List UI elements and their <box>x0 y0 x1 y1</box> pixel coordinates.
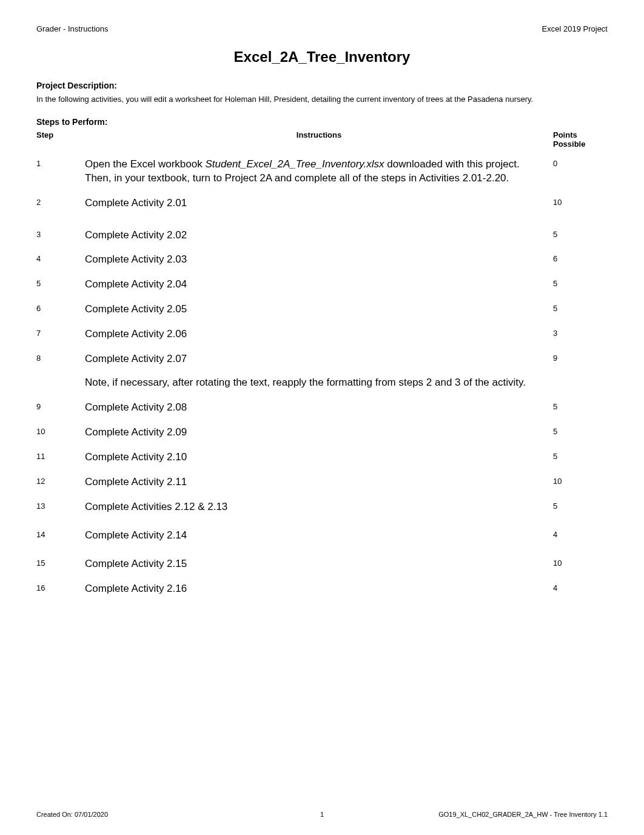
step-row: 5 Complete Activity 2.04 5 <box>36 278 608 292</box>
step-row: 6 Complete Activity 2.05 5 <box>36 303 608 317</box>
step-number: 6 <box>36 303 85 313</box>
step-points: 5 <box>553 401 608 411</box>
step-number: 12 <box>36 475 85 486</box>
step-instructions: Complete Activity 2.04 <box>85 278 553 292</box>
step-instructions: Complete Activity 2.03 <box>85 253 553 267</box>
step-text-italic: Student_Excel_2A_Tree_Inventory.xlsx <box>205 158 384 170</box>
step-number: 13 <box>36 500 85 511</box>
step-points: 5 <box>553 500 608 511</box>
step-text: Complete Activity 2.07 <box>85 353 187 364</box>
step-instructions: Complete Activity 2.02 <box>85 229 553 243</box>
footer-left: Created On: 07/01/2020 <box>36 811 108 818</box>
step-instructions: Complete Activity 2.09 <box>85 426 553 440</box>
step-instructions: Complete Activity 2.15 <box>85 557 553 571</box>
step-number: 14 <box>36 529 85 539</box>
step-points: 5 <box>553 229 608 239</box>
step-number: 16 <box>36 582 85 592</box>
step-number: 9 <box>36 401 85 411</box>
step-points: 10 <box>553 475 608 486</box>
project-description-label: Project Description: <box>36 81 608 90</box>
step-row: 4 Complete Activity 2.03 6 <box>36 253 608 267</box>
column-header-step: Step <box>36 130 85 149</box>
step-row: 3 Complete Activity 2.02 5 <box>36 229 608 243</box>
project-description-text: In the following activities, you will ed… <box>36 94 608 105</box>
step-row: 7 Complete Activity 2.06 3 <box>36 327 608 341</box>
step-row: 9 Complete Activity 2.08 5 <box>36 401 608 415</box>
page-header: Grader - Instructions Excel 2019 Project <box>36 24 608 33</box>
steps-to-perform-label: Steps to Perform: <box>36 117 608 127</box>
header-right: Excel 2019 Project <box>542 24 608 33</box>
step-instructions: Complete Activity 2.11 <box>85 475 553 489</box>
document-title: Excel_2A_Tree_Inventory <box>36 49 608 65</box>
step-points: 9 <box>553 352 608 363</box>
step-points: 5 <box>553 451 608 461</box>
step-row: 1 Open the Excel workbook Student_Excel_… <box>36 158 608 186</box>
step-points: 5 <box>553 303 608 313</box>
step-instructions: Complete Activity 2.07 Note, if necessar… <box>85 352 553 390</box>
step-points: 4 <box>553 529 608 539</box>
step-instructions: Complete Activity 2.16 <box>85 582 553 596</box>
step-points: 0 <box>553 158 608 168</box>
step-points: 10 <box>553 196 608 207</box>
step-instructions: Complete Activities 2.12 & 2.13 <box>85 500 553 514</box>
step-instructions: Complete Activity 2.14 <box>85 529 553 543</box>
step-number: 10 <box>36 426 85 436</box>
step-note: Note, if necessary, after rotating the t… <box>85 376 535 390</box>
step-row: 8 Complete Activity 2.07 Note, if necess… <box>36 352 608 390</box>
step-points: 4 <box>553 582 608 592</box>
step-instructions: Complete Activity 2.06 <box>85 327 553 341</box>
step-instructions: Complete Activity 2.05 <box>85 303 553 317</box>
step-row: 16 Complete Activity 2.16 4 <box>36 582 608 596</box>
column-header-points: Points Possible <box>553 130 608 149</box>
step-row: 14 Complete Activity 2.14 4 <box>36 529 608 543</box>
step-number: 4 <box>36 253 85 263</box>
step-points: 6 <box>553 253 608 263</box>
step-instructions: Complete Activity 2.01 <box>85 196 553 210</box>
step-number: 2 <box>36 196 85 207</box>
step-number: 3 <box>36 229 85 239</box>
page-footer: Created On: 07/01/2020 1 GO19_XL_CH02_GR… <box>36 811 608 818</box>
step-points: 5 <box>553 426 608 436</box>
step-instructions: Complete Activity 2.10 <box>85 451 553 464</box>
step-instructions: Open the Excel workbook Student_Excel_2A… <box>85 158 553 186</box>
step-number: 8 <box>36 352 85 363</box>
step-row: 2 Complete Activity 2.01 10 <box>36 196 608 210</box>
step-points: 3 <box>553 327 608 338</box>
step-points: 10 <box>553 557 608 568</box>
footer-right: GO19_XL_CH02_GRADER_2A_HW - Tree Invento… <box>438 811 608 818</box>
header-left: Grader - Instructions <box>36 24 109 33</box>
step-number: 11 <box>36 451 85 461</box>
step-row: 15 Complete Activity 2.15 10 <box>36 557 608 571</box>
step-row: 11 Complete Activity 2.10 5 <box>36 451 608 464</box>
step-number: 1 <box>36 158 85 168</box>
step-instructions: Complete Activity 2.08 <box>85 401 553 415</box>
step-row: 12 Complete Activity 2.11 10 <box>36 475 608 489</box>
footer-page-number: 1 <box>320 811 324 818</box>
step-number: 5 <box>36 278 85 288</box>
step-text-pre: Open the Excel workbook <box>85 158 205 170</box>
step-row: 13 Complete Activities 2.12 & 2.13 5 <box>36 500 608 514</box>
table-header-row: Step Instructions Points Possible <box>36 130 608 149</box>
step-points: 5 <box>553 278 608 288</box>
column-header-instructions: Instructions <box>85 130 553 149</box>
step-number: 7 <box>36 327 85 338</box>
step-number: 15 <box>36 557 85 568</box>
step-row: 10 Complete Activity 2.09 5 <box>36 426 608 440</box>
